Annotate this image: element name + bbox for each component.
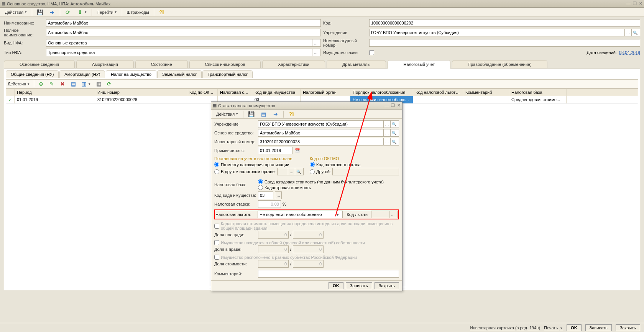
kvi-input[interactable]: 03 <box>258 191 273 199</box>
calendar-icon[interactable]: 📅 <box>295 148 300 153</box>
grid-col-0[interactable] <box>6 89 15 96</box>
dlg-copy-icon[interactable]: ▤ <box>258 110 269 118</box>
datainfo-value[interactable]: 08.04.2019 <box>619 50 640 55</box>
help-icon[interactable]: ?⃝ <box>156 8 168 16</box>
grid-col-10[interactable]: Налоговая база <box>509 89 567 96</box>
search-icon[interactable]: 🔍 <box>390 138 397 145</box>
arrow-right-icon[interactable]: ➜ <box>46 8 58 16</box>
invcard-link[interactable]: Инвентарная карточка (в ред. 194н) <box>470 325 540 330</box>
close-button[interactable]: Закрыть <box>616 324 640 331</box>
save-button[interactable]: Записать <box>585 324 612 331</box>
fullname-input[interactable] <box>46 29 321 36</box>
share-num[interactable]: 0 <box>258 245 289 253</box>
grid-col-3[interactable]: Код по ОКТМО <box>187 89 218 96</box>
barcodes-button[interactable]: Штрихкоды <box>124 8 152 16</box>
more-icon[interactable]: … <box>383 129 390 136</box>
org-input[interactable]: ГОБУ ВПО Университет искусств (Субсидия)… <box>369 29 640 36</box>
tab-5[interactable]: Драг. металлы <box>327 60 386 69</box>
refresh-grid-icon[interactable]: ⟳ <box>104 80 114 87</box>
subtab-4[interactable]: Транспортный налог <box>202 70 253 78</box>
share-den[interactable]: 0 <box>293 245 324 253</box>
dlg-minimize-icon[interactable]: — <box>384 103 389 108</box>
regions-checkbox[interactable] <box>214 255 219 260</box>
grid-col-8[interactable]: Код налоговой льготы (о... <box>413 89 463 96</box>
dlg-org-input[interactable]: ГОБУ ВПО Университет искусств (Субсидия)… <box>258 120 399 128</box>
minimize-icon[interactable]: — <box>626 1 631 6</box>
grid-col-2[interactable]: Инв. номер <box>95 89 187 96</box>
code-input[interactable] <box>369 19 640 27</box>
grid-col-9[interactable]: Комментарий <box>463 89 509 96</box>
rate-input[interactable]: 0,00 <box>258 200 281 208</box>
edit-icon[interactable]: ✎ <box>47 80 57 87</box>
chevron-down-icon[interactable]: ▼ <box>334 211 341 218</box>
cad-checkbox[interactable] <box>214 224 219 229</box>
reg-radio-other[interactable] <box>214 169 219 174</box>
close-icon[interactable]: ✕ <box>639 1 642 6</box>
grid-col-5[interactable]: Код вида имущества <box>252 89 301 96</box>
shared-checkbox[interactable] <box>214 240 219 245</box>
dlg-from-input[interactable]: 01.01.2019 <box>258 147 292 154</box>
tab-4[interactable]: Характеристики <box>262 60 325 69</box>
search-icon[interactable]: 🔍 <box>390 121 397 128</box>
more-icon[interactable]: … <box>288 168 295 175</box>
oktmo-radio-other[interactable] <box>310 169 315 174</box>
base-radio-avg[interactable] <box>258 179 263 184</box>
dlg-ok-button[interactable]: OK <box>329 282 343 289</box>
subtab-0[interactable]: Общие сведения (НУ) <box>6 70 59 78</box>
actions-menu[interactable]: Действия▼ <box>2 8 30 16</box>
oktmo-other-input[interactable] <box>332 168 399 175</box>
delete-icon[interactable]: ✖ <box>58 80 67 87</box>
tab-7[interactable]: Правообладание (обременение) <box>452 60 547 69</box>
dlg-help-icon[interactable]: ?⃝ <box>286 110 297 118</box>
more-icon[interactable]: … <box>275 191 282 199</box>
grid-actions-menu[interactable]: Действия▼ <box>6 80 32 87</box>
dlg-actions-menu[interactable]: Действия▼ <box>214 110 241 118</box>
name-input[interactable] <box>46 19 321 27</box>
dlg-close-icon[interactable]: ✕ <box>397 103 401 108</box>
maximize-icon[interactable]: ❐ <box>633 1 637 6</box>
vidnfa-input[interactable]: Основные средства… <box>46 39 321 47</box>
search-icon[interactable]: 🔍 <box>390 129 397 136</box>
area-num[interactable]: 0 <box>258 231 289 239</box>
tab-2[interactable]: Состояние <box>135 60 188 69</box>
arrow-down-icon[interactable]: ⬇▼ <box>74 8 90 16</box>
benefit-select[interactable]: Не подлежит налогообложению▼ <box>258 211 343 218</box>
filter-icon[interactable]: ▤ <box>68 80 78 87</box>
search-icon[interactable]: 🔍 <box>295 168 302 175</box>
treasury-checkbox[interactable] <box>369 50 374 55</box>
more-icon[interactable]: … <box>312 39 319 46</box>
more-icon[interactable]: … <box>383 138 390 145</box>
dlg-close-button[interactable]: Закрыть <box>375 282 399 289</box>
dlg-maximize-icon[interactable]: ❐ <box>391 103 395 108</box>
more-icon[interactable]: … <box>383 121 390 128</box>
dlg-save-button[interactable]: Записать <box>346 282 372 289</box>
grid-col-1[interactable]: Период <box>15 89 95 96</box>
dlg-inv-input[interactable]: 31029102200000028…🔍 <box>258 138 399 146</box>
tipnfa-input[interactable]: Транспортные средства… <box>46 49 321 56</box>
more-icon[interactable]: … <box>624 29 631 36</box>
print-menu[interactable]: Печать ▼ <box>544 325 563 330</box>
bencode-input[interactable]: … <box>371 211 398 218</box>
filter2-icon[interactable]: ▥▼ <box>79 80 93 87</box>
grid-col-7[interactable]: Порядок налогообложения <box>350 89 413 96</box>
refresh-icon[interactable]: ⟳ <box>62 8 74 16</box>
base-radio-cad[interactable] <box>258 185 263 190</box>
dlg-goto-icon[interactable]: ➜ <box>270 110 281 118</box>
area-den[interactable]: 0 <box>293 231 324 239</box>
more-icon[interactable]: … <box>312 49 319 56</box>
cost-num[interactable]: 0 <box>258 260 289 268</box>
tab-1[interactable]: Амортизация <box>76 60 134 69</box>
search-icon[interactable]: 🔍 <box>631 29 638 36</box>
dlg-save-icon[interactable]: 💾 <box>245 110 257 118</box>
more-icon[interactable]: … <box>389 211 396 218</box>
tab-0[interactable]: Основные сведения <box>4 60 75 69</box>
oktmo-radio-code[interactable] <box>310 162 315 167</box>
grid-col-4[interactable]: Налоговая став... <box>218 89 252 96</box>
comment-input[interactable] <box>258 270 399 278</box>
clear-filter-icon[interactable]: ▦ <box>94 80 104 87</box>
tab-6[interactable]: Налоговый учет <box>388 60 450 69</box>
reg-radio-place[interactable] <box>214 162 219 167</box>
subtab-2[interactable]: Налог на имущество <box>106 70 156 78</box>
grid-col-6[interactable]: Налоговый орган <box>301 89 350 96</box>
cost-den[interactable]: 0 <box>293 260 324 268</box>
